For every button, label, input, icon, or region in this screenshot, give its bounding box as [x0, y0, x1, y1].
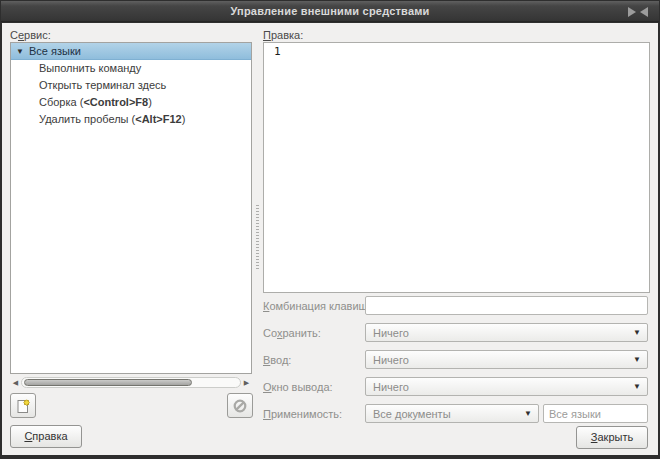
output-label: Окно вывода: [263, 381, 333, 393]
scrollbar-thumb[interactable] [24, 379, 192, 386]
label-part: Удалить пробелы ( [39, 113, 135, 125]
chevron-down-icon: ▼ [524, 405, 532, 423]
revert-icon [232, 398, 248, 414]
script-editor[interactable]: 1 [263, 42, 650, 293]
shortcut-label: Комбинация клавиш: [263, 300, 370, 312]
tree-row-open-terminal[interactable]: Открыть терминал здесь [11, 77, 251, 94]
label-part: ) [182, 113, 186, 125]
label-part: омбинация клавиш: [269, 300, 370, 312]
tree-row-label: Сборка (<Control>F8) [11, 94, 152, 111]
input-combobox[interactable]: Ничего ▼ [365, 350, 648, 369]
combobox-value: Все документы [373, 408, 451, 420]
label-part: С [10, 29, 18, 41]
applicability-label: Применимость: [263, 408, 342, 420]
tree-row-remove-spaces[interactable]: Удалить пробелы (<Alt>F12) [11, 111, 251, 128]
accelerator-text: <Alt>F12 [135, 113, 181, 125]
tree-row-label: Все языки [28, 43, 81, 60]
output-combobox[interactable]: Ничего ▼ [365, 377, 648, 396]
expander-icon[interactable]: ▼ [16, 43, 28, 60]
tree-row-label: Открыть терминал здесь [11, 77, 166, 94]
save-label: Сохранить: [263, 327, 321, 339]
tree-horizontal-scrollbar[interactable]: ◀ ▶ [10, 376, 252, 389]
label-part: кно вывода: [272, 381, 333, 393]
chevron-down-icon: ▼ [633, 378, 641, 396]
accelerator-text: <Control>F8 [83, 96, 148, 108]
label-part: ранить: [282, 327, 320, 339]
revert-tool-button[interactable] [227, 393, 253, 418]
label-part: вод: [270, 354, 291, 366]
combobox-value: Ничего [373, 354, 409, 366]
tools-tree: ▼ Все языки Выполнить команду Открыть те… [10, 42, 252, 374]
tree-row-build[interactable]: Сборка (<Control>F8) [11, 94, 251, 111]
label-part: равка: [271, 29, 303, 41]
combobox-value: Ничего [373, 381, 409, 393]
label-part: П [263, 29, 271, 41]
help-button[interactable]: Справка [10, 425, 82, 448]
label-part: О [263, 381, 272, 393]
label-part: ) [148, 96, 152, 108]
scroll-right-icon[interactable]: ▶ [241, 376, 252, 389]
tree-row-all-languages[interactable]: ▼ Все языки [11, 43, 251, 60]
new-tool-button[interactable] [10, 393, 36, 418]
combobox-value: Ничего [373, 327, 409, 339]
close-icon [627, 6, 649, 18]
applicability-languages-input[interactable] [543, 404, 648, 423]
paned-handle[interactable] [256, 205, 259, 269]
applicability-combobox[interactable]: Все документы ▼ [365, 404, 539, 423]
label-part: Сборка ( [39, 96, 83, 108]
scroll-left-icon[interactable]: ◀ [10, 376, 21, 389]
chevron-down-icon: ▼ [633, 351, 641, 369]
window-title: Управление внешними средствами [230, 5, 429, 17]
dialog-content: Сервис: ▼ Все языки Выполнить команду От… [2, 23, 658, 455]
close-window-button[interactable] [626, 5, 650, 19]
label-part: правка [32, 430, 67, 442]
input-label: Ввод: [263, 354, 291, 366]
tools-list-label: Сервис: [10, 29, 51, 41]
tree-row-label: Выполнить команду [11, 60, 141, 77]
label-part: Со [263, 327, 277, 339]
titlebar[interactable]: Управление внешними средствами [1, 1, 659, 22]
tree-row-run-command[interactable]: Выполнить команду [11, 60, 251, 77]
label-part: П [263, 408, 271, 420]
manage-external-tools-dialog: Управление внешними средствами Сервис: ▼… [0, 0, 660, 459]
edit-label: Правка: [263, 29, 303, 41]
new-tool-icon [15, 398, 31, 414]
close-button[interactable]: Закрыть [576, 426, 648, 449]
tree-row-label: Удалить пробелы (<Alt>F12) [11, 111, 185, 128]
label-part: рвис: [24, 29, 51, 41]
scrollbar-trough[interactable] [21, 377, 241, 388]
label-part: рименимость: [271, 408, 342, 420]
shortcut-input[interactable] [365, 296, 648, 315]
save-combobox[interactable]: Ничего ▼ [365, 323, 648, 342]
label-part: акрыть [597, 431, 633, 443]
chevron-down-icon: ▼ [633, 324, 641, 342]
